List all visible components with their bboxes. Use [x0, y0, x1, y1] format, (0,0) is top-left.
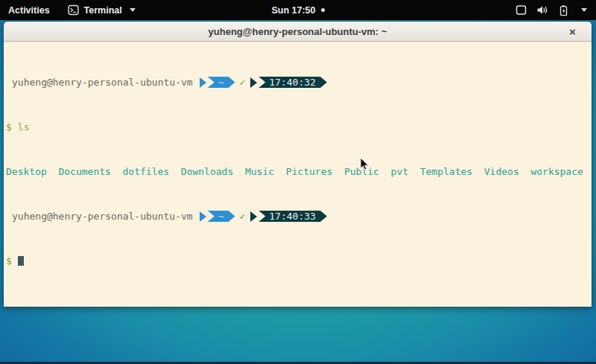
activities-button[interactable]: Activities	[8, 5, 50, 16]
app-menu-caret-icon	[130, 8, 136, 12]
clock-label: Sun 17:50	[271, 5, 315, 16]
prompt-line-1: yuheng@henry-personal-ubuntu-vm ~ ✓ 17:4…	[6, 77, 590, 88]
powerline-arrow-icon	[200, 211, 206, 222]
notification-dot-icon	[321, 8, 325, 12]
app-menu[interactable]: Terminal	[68, 4, 136, 16]
powerline-arrow-icon	[200, 77, 206, 88]
input-line: $	[6, 255, 590, 266]
prompt-user: yuheng@henry-personal-ubuntu-vm	[6, 77, 200, 88]
app-menu-label: Terminal	[84, 5, 122, 16]
close-icon: ×	[569, 26, 576, 37]
powerline-arrow-icon	[250, 211, 257, 222]
system-status-area[interactable]	[516, 0, 596, 20]
powerline-path-segment: ~	[208, 211, 235, 222]
powerline-path-segment: ~	[208, 77, 235, 88]
prompt-dollar: $	[6, 255, 12, 266]
prompt-dollar: $	[6, 121, 12, 132]
display-icon	[516, 4, 527, 16]
system-menu-caret-icon	[581, 8, 587, 12]
window-titlebar[interactable]: yuheng@henry-personal-ubuntu-vm: ~ ×	[4, 22, 592, 42]
checkmark-icon: ✓	[235, 77, 250, 88]
powerline-time-segment: 17:40:32	[259, 77, 327, 88]
volume-icon	[536, 4, 548, 16]
terminal-window: yuheng@henry-personal-ubuntu-vm: ~ × yuh…	[3, 21, 592, 307]
terminal-app-icon	[68, 4, 79, 16]
powerline-arrow-icon	[250, 77, 257, 88]
ls-output: Desktop Documents dotfiles Downloads Mus…	[6, 166, 583, 177]
checkmark-icon: ✓	[235, 211, 250, 222]
battery-icon	[558, 4, 569, 16]
command-text: ls	[18, 121, 30, 132]
powerline-time-segment: 17:40:33	[259, 211, 327, 222]
top-bar: Activities Terminal Sun 17:50	[0, 0, 596, 20]
terminal-cursor	[18, 256, 24, 266]
mouse-cursor	[360, 157, 370, 174]
prompt-user: yuheng@henry-personal-ubuntu-vm	[6, 211, 200, 222]
close-button[interactable]: ×	[565, 25, 580, 39]
prompt-line-2: yuheng@henry-personal-ubuntu-vm ~ ✓ 17:4…	[6, 211, 590, 222]
ls-output-line: Desktop Documents dotfiles Downloads Mus…	[6, 166, 590, 177]
terminal-body[interactable]: yuheng@henry-personal-ubuntu-vm ~ ✓ 17:4…	[4, 42, 592, 307]
command-line: $ ls	[6, 121, 590, 132]
window-title: yuheng@henry-personal-ubuntu-vm: ~	[209, 26, 387, 37]
